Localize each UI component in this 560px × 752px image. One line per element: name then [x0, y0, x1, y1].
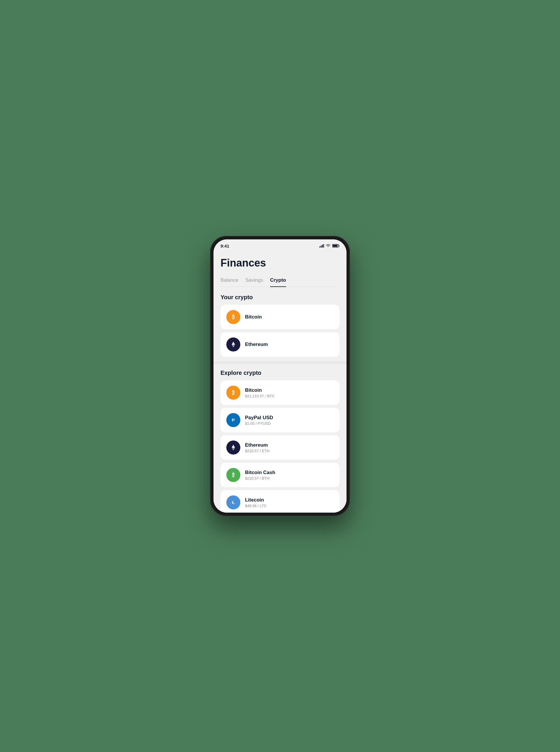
paypal-explore-icon: P: [226, 413, 240, 427]
tab-crypto[interactable]: Crypto: [270, 275, 286, 287]
ethereum-owned-card[interactable]: Ethereum: [220, 332, 340, 357]
status-icons: [319, 244, 340, 248]
page-title: Finances: [220, 257, 340, 269]
bitcoin-explore-price: $21,110.57 / BTC: [245, 394, 334, 398]
phone-frame: 9:41: [210, 236, 350, 516]
section-divider: [214, 361, 346, 364]
your-crypto-title: Your crypto: [220, 294, 340, 301]
litecoin-explore-info: Litecoin $48.96 / LTC: [245, 497, 334, 508]
ethereum-explore-name: Ethereum: [245, 442, 334, 448]
bitcoin-owned-icon: ₿: [226, 310, 240, 324]
status-bar: 9:41: [214, 239, 346, 252]
bitcoin-owned-info: Bitcoin: [245, 314, 334, 320]
svg-rect-5: [339, 245, 340, 247]
svg-marker-8: [232, 342, 235, 345]
litecoin-explore-price: $48.96 / LTC: [245, 504, 334, 508]
bitcoin-explore-icon: ₿: [226, 386, 240, 400]
bitcoin-explore-info: Bitcoin $21,110.57 / BTC: [245, 387, 334, 398]
ethereum-owned-icon: [226, 338, 240, 351]
ethereum-owned-name: Ethereum: [245, 342, 334, 347]
bitcoin-cash-explore-name: Bitcoin Cash: [245, 470, 334, 476]
litecoin-explore-icon: Ł: [226, 496, 240, 509]
litecoin-explore-card[interactable]: Ł Litecoin $48.96 / LTC: [220, 490, 340, 513]
bitcoin-cash-explore-card[interactable]: ₿ Bitcoin Cash $210.57 / BTH: [220, 463, 340, 487]
svg-text:₿: ₿: [232, 314, 235, 320]
bitcoin-owned-name: Bitcoin: [245, 314, 334, 320]
ethereum-symbol: [229, 341, 237, 349]
paypal-explore-price: $1.00 / PYUSD: [245, 421, 334, 426]
status-time: 9:41: [220, 244, 229, 248]
svg-rect-3: [323, 244, 324, 248]
paypal-explore-card[interactable]: P PayPal USD $1.00 / PYUSD: [220, 408, 340, 432]
svg-text:₿: ₿: [232, 473, 235, 478]
bitcoin-explore-name: Bitcoin: [245, 387, 334, 393]
signal-icon: [319, 244, 324, 248]
bitcoin-cash-explore-price: $210.57 / BTH: [245, 476, 334, 481]
battery-icon: [332, 244, 340, 248]
screen-content: 9:41: [214, 239, 346, 513]
main-content: Your crypto ₿ Bitcoin: [214, 287, 346, 513]
ethereum-explore-icon: [226, 441, 240, 455]
svg-text:₿: ₿: [232, 390, 235, 396]
header-section: Finances Balance Savings Crypto: [214, 252, 346, 287]
ethereum-owned-info: Ethereum: [245, 342, 334, 347]
paypal-explore-info: PayPal USD $1.00 / PYUSD: [245, 415, 334, 426]
wifi-icon: [326, 244, 331, 248]
ethereum-explore-price: $210.57 / ETH: [245, 449, 334, 453]
paypal-explore-name: PayPal USD: [245, 415, 334, 421]
bitcoin-explore-card[interactable]: ₿ Bitcoin $21,110.57 / BTC: [220, 380, 340, 405]
svg-rect-6: [333, 245, 338, 247]
svg-rect-0: [319, 246, 320, 248]
svg-rect-1: [321, 246, 322, 248]
tabs-row: Balance Savings Crypto: [220, 275, 340, 287]
ethereum-explore-card[interactable]: Ethereum $210.57 / ETH: [220, 435, 340, 460]
ethereum-explore-info: Ethereum $210.57 / ETH: [245, 442, 334, 453]
bitcoin-cash-explore-icon: ₿: [226, 468, 240, 482]
bitcoin-owned-card[interactable]: ₿ Bitcoin: [220, 305, 340, 329]
tab-savings[interactable]: Savings: [245, 275, 263, 287]
phone-screen: 9:41: [214, 239, 346, 513]
explore-crypto-title: Explore crypto: [220, 370, 340, 376]
svg-text:P: P: [232, 418, 235, 422]
svg-rect-2: [322, 245, 323, 248]
bitcoin-cash-explore-info: Bitcoin Cash $210.57 / BTH: [245, 470, 334, 481]
litecoin-explore-name: Litecoin: [245, 497, 334, 503]
svg-marker-12: [232, 445, 235, 448]
bitcoin-symbol: ₿: [229, 313, 237, 321]
svg-text:Ł: Ł: [232, 500, 235, 505]
tab-balance[interactable]: Balance: [220, 275, 238, 287]
